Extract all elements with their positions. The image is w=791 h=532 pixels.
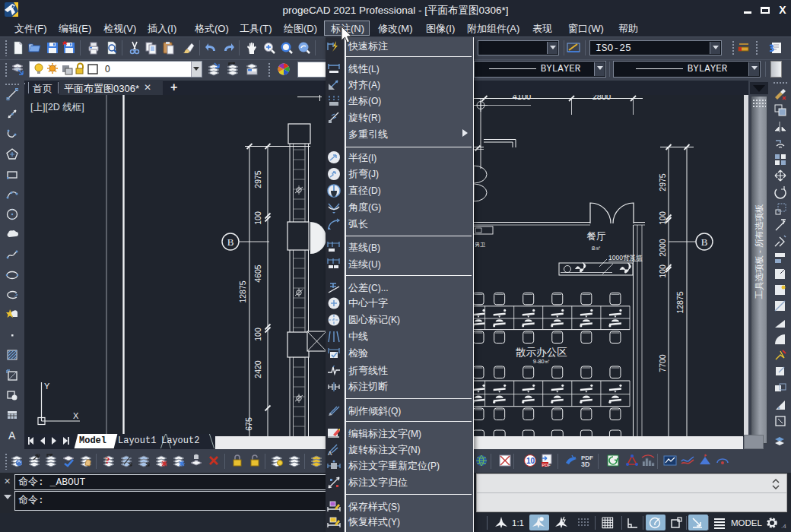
svg-text:675: 675 — [244, 417, 253, 431]
svg-text:X: X — [73, 411, 79, 420]
svg-text:9-80㎡: 9-80㎡ — [533, 358, 551, 365]
svg-text:10: 10 — [526, 457, 535, 465]
svg-text:12875: 12875 — [675, 291, 685, 313]
svg-text:100: 100 — [658, 264, 667, 278]
svg-text:2800: 2800 — [592, 95, 611, 101]
svg-text:PDF: PDF — [542, 463, 551, 467]
svg-text:B: B — [701, 236, 708, 248]
svg-text:0: 0 — [105, 64, 110, 74]
svg-text:100: 100 — [658, 211, 667, 225]
svg-text:A: A — [328, 450, 332, 456]
svg-text:2975: 2975 — [253, 170, 262, 188]
svg-text:Y: Y — [44, 382, 50, 391]
svg-text:4100: 4100 — [513, 95, 531, 101]
svg-text:?: ? — [105, 454, 110, 466]
svg-text:散示办公区: 散示办公区 — [515, 347, 567, 358]
svg-text:男卫: 男卫 — [475, 242, 485, 248]
svg-text:8㎡: 8㎡ — [592, 245, 601, 252]
svg-text:12875: 12875 — [238, 280, 247, 302]
svg-text:2975: 2975 — [658, 173, 667, 192]
svg-text:7700: 7700 — [658, 354, 667, 372]
svg-text:1000背景墙: 1000背景墙 — [608, 254, 643, 261]
svg-text:2420: 2420 — [253, 360, 262, 378]
svg-text:2000: 2000 — [658, 239, 667, 257]
svg-text:餐厅: 餐厅 — [587, 231, 606, 242]
svg-text:100: 100 — [253, 328, 262, 341]
svg-text:3D: 3D — [581, 461, 590, 467]
svg-text:B: B — [227, 236, 234, 248]
svg-text:100: 100 — [253, 211, 262, 225]
svg-text:工具选项板 - 所有选项板: 工具选项板 - 所有选项板 — [754, 204, 764, 299]
svg-text:4605: 4605 — [253, 264, 262, 283]
svg-text:A: A — [8, 429, 16, 442]
